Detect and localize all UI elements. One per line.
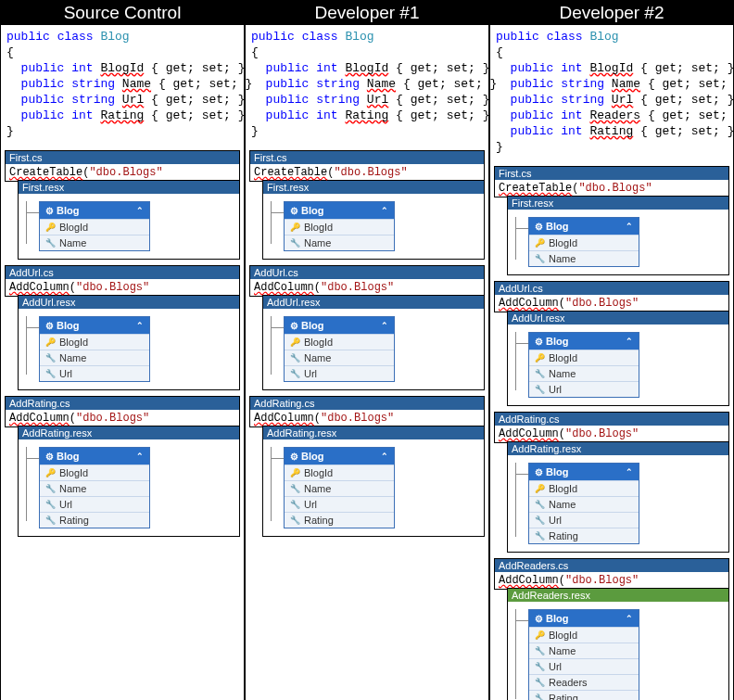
resx-file-title: AddUrl.resx	[263, 296, 484, 309]
cs-file-title: AddRating.cs	[495, 413, 728, 426]
wrench-icon: 🔧	[290, 369, 300, 378]
schema-column: 🔧Url	[285, 365, 394, 381]
wrench-icon: 🔧	[535, 500, 545, 509]
cs-file-body: CreateTable("dbo.Blogs"	[6, 164, 239, 181]
schema-table-header: ⚙ Blog⌃	[529, 610, 639, 627]
column: Developer #1public class Blog { public i…	[245, 0, 489, 700]
tree-branch	[515, 228, 528, 229]
property-name: Name	[612, 77, 640, 91]
key-icon: 🔑	[535, 353, 545, 363]
resx-file-title: AddRating.resx	[508, 442, 728, 455]
resx-file-title: AddUrl.resx	[508, 312, 728, 325]
property-name: Readers	[589, 108, 640, 122]
migration-arg: "dbo.Blogs"	[321, 412, 394, 425]
migration-arg: "dbo.Blogs"	[76, 412, 149, 425]
table-wrap: ⚙ Blog⌃🔑BlogId🔧Name🔧Url	[39, 316, 239, 382]
resx-file-title: AddRating.resx	[263, 426, 484, 439]
chevron-up-icon: ⌃	[136, 452, 144, 461]
table-wrap: ⚙ Blog⌃🔑BlogId🔧Name🔧Url	[528, 332, 728, 398]
property-name: Url	[367, 93, 388, 107]
migration-method: CreateTable	[254, 166, 327, 179]
resx-file-card: First.resx⚙ Blog⌃🔑BlogId🔧Name	[18, 180, 240, 260]
schema-column: 🔧Name	[285, 480, 394, 496]
wrench-icon: 🔧	[45, 515, 56, 525]
tree-branch	[515, 620, 528, 621]
table-wrap: ⚙ Blog⌃🔑BlogId🔧Name	[284, 201, 484, 251]
table-icon: ⚙	[290, 206, 298, 216]
migration-stack: First.csCreateTable("dbo.Blogs"First.res…	[490, 159, 733, 700]
tree-branch	[515, 343, 528, 344]
migration-block: First.csCreateTable("dbo.Blogs"First.res…	[494, 166, 729, 275]
cs-file-card: First.csCreateTable("dbo.Blogs"	[249, 150, 485, 182]
code-block: public class Blog { public int BlogId { …	[1, 25, 244, 143]
resx-file-title: AddRating.resx	[19, 426, 239, 439]
tree-branch	[271, 212, 284, 213]
tree-line	[271, 316, 272, 375]
table-name: Blog	[57, 320, 79, 331]
column-name: Url	[59, 368, 72, 379]
migration-block: AddRating.csAddColumn("dbo.Blogs"AddRati…	[249, 396, 485, 537]
resx-file-title: AddReaders.resx	[508, 589, 728, 602]
table-wrap: ⚙ Blog⌃🔑BlogId🔧Name🔧Url🔧Readers🔧Rating	[528, 609, 728, 700]
key-icon: 🔑	[535, 238, 545, 248]
schema-column: 🔑BlogId	[285, 465, 394, 480]
table-name: Blog	[301, 320, 323, 331]
migration-arg: "dbo.Blogs"	[565, 427, 639, 440]
schema-column: 🔑BlogId	[529, 480, 639, 496]
resx-file-card: AddRating.resx⚙ Blog⌃🔑BlogId🔧Name🔧Url🔧Ra…	[262, 426, 485, 537]
migration-method: CreateTable	[9, 166, 82, 179]
wrench-icon: 🔧	[290, 238, 300, 248]
schema-table-header: ⚙ Blog⌃	[529, 464, 639, 480]
table-name: Blog	[546, 466, 568, 477]
migration-arg: "dbo.Blogs"	[76, 281, 149, 294]
wrench-icon: 🔧	[535, 369, 545, 378]
schema-table: ⚙ Blog⌃🔑BlogId🔧Name🔧Url🔧Rating	[284, 447, 395, 528]
column-name: BlogId	[549, 237, 577, 248]
cs-file-card: AddRating.csAddColumn("dbo.Blogs"	[5, 396, 240, 427]
schema-table: ⚙ Blog⌃🔑BlogId🔧Name🔧Url	[528, 332, 639, 398]
column-name: Name	[304, 237, 331, 248]
wrench-icon: 🔧	[535, 678, 545, 687]
migration-arg: "dbo.Blogs"	[578, 182, 652, 195]
resx-file-title: First.resx	[508, 197, 728, 210]
schema-table: ⚙ Blog⌃🔑BlogId🔧Name🔧Url🔧Rating	[39, 447, 150, 528]
resx-file-title: First.resx	[19, 181, 239, 194]
code-block: public class Blog { public int BlogId { …	[246, 25, 488, 143]
schema-column: 🔧Url	[529, 658, 639, 674]
wrench-icon: 🔧	[45, 484, 56, 493]
cs-file-body: AddColumn("dbo.Blogs"	[6, 279, 239, 296]
table-wrap: ⚙ Blog⌃🔑BlogId🔧Name	[528, 217, 728, 267]
column-name: BlogId	[549, 483, 577, 494]
schema-table-header: ⚙ Blog⌃	[40, 448, 149, 465]
cs-file-title: AddReaders.cs	[495, 559, 728, 572]
column-name: Rating	[304, 515, 334, 526]
column-name: Url	[549, 384, 562, 395]
tree-branch	[271, 458, 284, 459]
column-name: Name	[549, 253, 576, 264]
cs-file-card: AddRating.csAddColumn("dbo.Blogs"	[249, 396, 485, 427]
schema-column: 🔧Rating	[285, 512, 394, 528]
schema-column: 🔑BlogId	[40, 465, 149, 480]
tree-line	[515, 609, 516, 699]
schema-column: 🔧Name	[40, 480, 149, 496]
migration-arg: "dbo.Blogs"	[89, 166, 162, 179]
schema-column: 🔧Name	[40, 350, 149, 365]
property-name: BlogId	[589, 61, 633, 75]
schema-column: 🔧Url	[529, 512, 639, 528]
cs-file-body: CreateTable("dbo.Blogs"	[495, 180, 728, 197]
key-icon: 🔑	[290, 337, 300, 347]
migration-block: AddRating.csAddColumn("dbo.Blogs"AddRati…	[494, 412, 729, 553]
column-name: Rating	[549, 530, 578, 541]
wrench-icon: 🔧	[535, 531, 545, 541]
property-name: BlogId	[100, 61, 144, 75]
schema-column: 🔧Name	[529, 643, 639, 658]
key-icon: 🔑	[535, 484, 545, 493]
cs-file-body: AddColumn("dbo.Blogs"	[495, 572, 728, 589]
migration-method: CreateTable	[499, 182, 572, 195]
cs-file-card: AddUrl.csAddColumn("dbo.Blogs"	[494, 281, 729, 312]
migration-block: AddRating.csAddColumn("dbo.Blogs"AddRati…	[5, 396, 240, 537]
table-icon: ⚙	[45, 206, 54, 216]
column-name: Rating	[549, 693, 578, 700]
wrench-icon: 🔧	[535, 694, 545, 700]
column-header: Source Control	[1, 1, 244, 25]
